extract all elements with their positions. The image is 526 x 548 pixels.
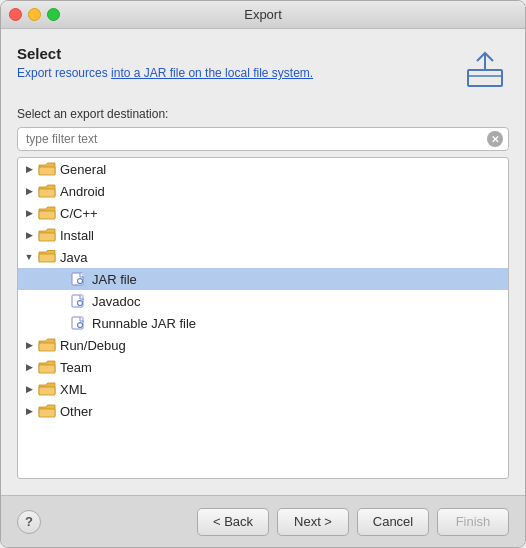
minimize-button[interactable] xyxy=(28,8,41,21)
arrow-other xyxy=(22,404,36,418)
folder-icon-other xyxy=(38,404,56,418)
tree-label-jar-file: JAR file xyxy=(92,272,137,287)
filter-label: Select an export destination: xyxy=(17,107,509,121)
cancel-button[interactable]: Cancel xyxy=(357,508,429,536)
maximize-button[interactable] xyxy=(47,8,60,21)
window-title: Export xyxy=(244,7,282,22)
window-controls[interactable] xyxy=(9,8,60,21)
folder-icon-android xyxy=(38,184,56,198)
tree-item-team[interactable]: Team xyxy=(18,356,508,378)
tree-label-javadoc: Javadoc xyxy=(92,294,140,309)
help-button[interactable]: ? xyxy=(17,510,41,534)
tree-item-install[interactable]: Install xyxy=(18,224,508,246)
folder-icon-cpp xyxy=(38,206,56,220)
tree-label-cpp: C/C++ xyxy=(60,206,98,221)
arrow-cpp xyxy=(22,206,36,220)
tree-label-run-debug: Run/Debug xyxy=(60,338,126,353)
finish-button[interactable]: Finish xyxy=(437,508,509,536)
tree-label-runnable-jar: Runnable JAR file xyxy=(92,316,196,331)
tree-label-general: General xyxy=(60,162,106,177)
arrow-install xyxy=(22,228,36,242)
tree-item-run-debug[interactable]: Run/Debug xyxy=(18,334,508,356)
file-icon-jar xyxy=(70,272,88,286)
header-section: Select Export resources into a JAR file … xyxy=(17,45,509,93)
file-icon-javadoc xyxy=(70,294,88,308)
main-content: Select Export resources into a JAR file … xyxy=(1,29,525,495)
description: Export resources into a JAR file on the … xyxy=(17,66,313,80)
arrow-team xyxy=(22,360,36,374)
folder-icon-install xyxy=(38,228,56,242)
page-title: Select xyxy=(17,45,313,62)
description-link[interactable]: into a JAR file on the local file system… xyxy=(111,66,313,80)
svg-rect-0 xyxy=(468,70,502,86)
bottom-right: < Back Next > Cancel Finish xyxy=(197,508,509,536)
arrow-java xyxy=(22,250,36,264)
folder-icon-team xyxy=(38,360,56,374)
tree-item-other[interactable]: Other xyxy=(18,400,508,422)
close-button[interactable] xyxy=(9,8,22,21)
tree-item-javadoc[interactable]: Javadoc xyxy=(18,290,508,312)
bottom-bar: ? < Back Next > Cancel Finish xyxy=(1,495,525,547)
next-button[interactable]: Next > xyxy=(277,508,349,536)
titlebar: Export xyxy=(1,1,525,29)
tree-item-android[interactable]: Android xyxy=(18,180,508,202)
clear-filter-icon[interactable]: ✕ xyxy=(487,131,503,147)
arrow-xml xyxy=(22,382,36,396)
tree-label-other: Other xyxy=(60,404,93,419)
folder-icon-xml xyxy=(38,382,56,396)
file-icon-runnable xyxy=(70,316,88,330)
tree-item-cpp[interactable]: C/C++ xyxy=(18,202,508,224)
tree-item-jar-file[interactable]: JAR file xyxy=(18,268,508,290)
folder-icon-run-debug xyxy=(38,338,56,352)
header-text: Select Export resources into a JAR file … xyxy=(17,45,313,80)
arrow-android xyxy=(22,184,36,198)
tree-label-team: Team xyxy=(60,360,92,375)
arrow-run-debug xyxy=(22,338,36,352)
filter-input[interactable] xyxy=(17,127,509,151)
tree-item-xml[interactable]: XML xyxy=(18,378,508,400)
description-plain: Export resources xyxy=(17,66,111,80)
folder-icon-java xyxy=(38,250,56,264)
arrow-general xyxy=(22,162,36,176)
tree-item-general[interactable]: General xyxy=(18,158,508,180)
tree-label-android: Android xyxy=(60,184,105,199)
filter-input-wrap: ✕ xyxy=(17,127,509,151)
tree-container[interactable]: General Android C/C++ Install xyxy=(17,157,509,479)
bottom-left: ? xyxy=(17,510,41,534)
tree-item-java[interactable]: Java xyxy=(18,246,508,268)
tree-label-java: Java xyxy=(60,250,87,265)
tree-item-runnable-jar[interactable]: Runnable JAR file xyxy=(18,312,508,334)
folder-icon-general xyxy=(38,162,56,176)
tree-label-xml: XML xyxy=(60,382,87,397)
export-icon xyxy=(461,45,509,93)
tree-label-install: Install xyxy=(60,228,94,243)
back-button[interactable]: < Back xyxy=(197,508,269,536)
